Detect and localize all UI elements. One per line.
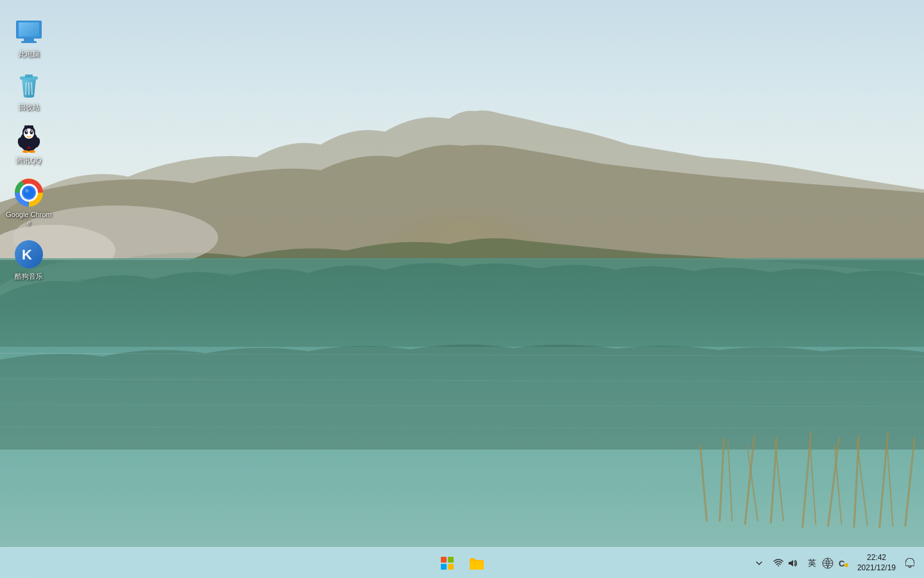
kugou-label: 酷狗音乐 — [15, 272, 43, 281]
notification-center-button[interactable] — [903, 550, 916, 576]
taskbar-system-tray: 英 C 22:42 202 — [753, 549, 924, 577]
svg-line-29 — [26, 82, 26, 95]
volume-tray-icon[interactable] — [787, 558, 798, 568]
sun-glow — [366, 202, 558, 279]
svg-rect-13 — [801, 432, 812, 528]
file-explorer-button[interactable] — [463, 549, 491, 577]
svg-rect-14 — [809, 441, 816, 525]
svg-rect-24 — [24, 39, 34, 41]
svg-rect-10 — [746, 445, 758, 521]
terrain-mid — [0, 144, 924, 347]
network-tray-icon[interactable] — [773, 558, 783, 568]
svg-point-62 — [844, 563, 848, 567]
svg-point-44 — [31, 125, 33, 128]
rocks-layer — [0, 173, 924, 260]
qq-icon[interactable]: 腾讯QQ — [3, 119, 55, 169]
svg-point-36 — [30, 130, 33, 134]
svg-rect-17 — [853, 435, 860, 528]
svg-line-2 — [0, 353, 924, 356]
taskbar-pinned-apps — [433, 549, 491, 577]
svg-rect-8 — [727, 441, 733, 521]
svg-text:K: K — [22, 247, 32, 263]
svg-point-42 — [29, 150, 35, 153]
start-button[interactable] — [433, 549, 461, 577]
tray-icons-area — [768, 558, 803, 568]
this-pc-label: 此电脑 — [19, 50, 40, 58]
svg-point-51 — [23, 187, 35, 198]
water-shimmer — [0, 321, 924, 450]
svg-rect-7 — [719, 438, 725, 521]
taskbar: 英 C 22:42 202 — [0, 547, 924, 578]
svg-rect-16 — [834, 444, 843, 525]
svg-rect-11 — [770, 437, 778, 523]
svg-point-41 — [22, 150, 29, 153]
svg-rect-25 — [21, 41, 37, 43]
recycle-bin-icon[interactable]: 回收站 — [3, 66, 55, 116]
recycle-bin-label: 回收站 — [19, 103, 40, 112]
svg-rect-19 — [878, 432, 889, 528]
svg-point-35 — [25, 130, 28, 134]
svg-line-5 — [0, 427, 924, 428]
svg-line-3 — [0, 379, 924, 382]
foreground-grass — [0, 432, 924, 547]
clock-time: 22:42 — [867, 553, 886, 563]
svg-rect-28 — [25, 74, 33, 78]
lake-layer — [0, 258, 924, 547]
google-chrome-icon[interactable]: Google Chrome — [3, 173, 55, 231]
svg-rect-26 — [19, 22, 39, 37]
sky-layer — [0, 0, 924, 260]
svg-rect-6 — [699, 444, 708, 521]
sun — [443, 220, 481, 232]
svg-line-31 — [31, 82, 32, 95]
svg-rect-9 — [744, 435, 755, 525]
svg-point-38 — [31, 131, 33, 132]
svg-rect-57 — [441, 564, 447, 570]
svg-point-52 — [25, 189, 29, 193]
clock-date: 2021/12/19 — [857, 563, 896, 574]
forest-layer — [0, 231, 924, 347]
svg-rect-58 — [448, 564, 454, 570]
google-chrome-label: Google Chrome — [6, 211, 52, 227]
svg-point-37 — [26, 131, 28, 132]
svg-rect-18 — [856, 440, 868, 526]
svg-rect-20 — [886, 443, 893, 527]
svg-point-43 — [24, 125, 27, 128]
clock-area[interactable]: 22:42 2021/12/19 — [852, 549, 901, 577]
svg-line-4 — [0, 405, 924, 407]
kugou-icon[interactable]: K 酷狗音乐 — [3, 235, 55, 285]
language-indicator[interactable]: 英 — [805, 557, 819, 569]
svg-rect-12 — [774, 440, 784, 522]
svg-rect-55 — [441, 557, 447, 563]
this-pc-icon[interactable]: 此电脑 — [3, 13, 55, 62]
svg-text:C: C — [839, 559, 845, 568]
tray-chevron-button[interactable] — [753, 557, 766, 570]
input-method-icon2[interactable]: C — [837, 557, 850, 570]
mountain-far — [0, 87, 924, 260]
desktop: 此电脑 — [0, 0, 924, 578]
qq-label: 腾讯QQ — [16, 157, 41, 165]
svg-rect-56 — [448, 557, 454, 563]
svg-rect-21 — [904, 437, 916, 527]
svg-rect-15 — [827, 437, 840, 527]
desktop-icons: 此电脑 — [0, 6, 58, 292]
input-method-icon1[interactable] — [821, 557, 834, 570]
